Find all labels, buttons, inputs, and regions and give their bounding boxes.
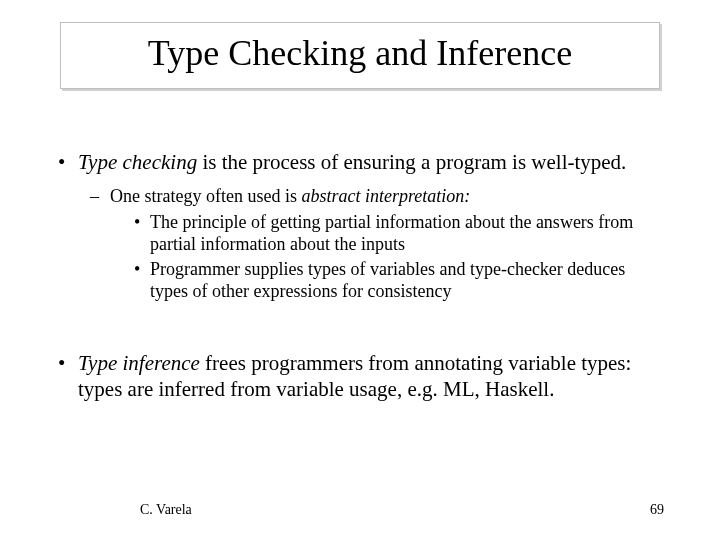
bullet-type-inference: Type inference frees programmers from an… — [54, 351, 666, 402]
bullet-type-checking: Type checking is the process of ensuring… — [54, 150, 666, 303]
bullet-type-checking-text: is the process of ensuring a program is … — [197, 150, 626, 174]
sublist: One strategy often used is abstract inte… — [78, 186, 666, 304]
footer-page-number: 69 — [650, 502, 664, 518]
subsublist: The principle of getting partial informa… — [110, 212, 666, 304]
slide: Type Checking and Inference Type checkin… — [0, 0, 720, 540]
term-type-inference: Type inference — [78, 351, 200, 375]
bullet-list: Type checking is the process of ensuring… — [54, 150, 666, 303]
spacer — [54, 321, 666, 351]
term-abstract-interpretation: abstract interpretation: — [301, 186, 470, 206]
slide-title: Type Checking and Inference — [69, 33, 651, 74]
bullet-partial-info: The principle of getting partial informa… — [110, 212, 666, 256]
bullet-programmer-supplies: Programmer supplies types of variables a… — [110, 259, 666, 303]
slide-body: Type checking is the process of ensuring… — [54, 150, 666, 421]
bullet-abstract-interpretation: One strategy often used is abstract inte… — [78, 186, 666, 304]
footer-author: C. Varela — [140, 502, 192, 518]
term-type-checking: Type checking — [78, 150, 197, 174]
title-box: Type Checking and Inference — [60, 22, 660, 89]
bullet-list-2: Type inference frees programmers from an… — [54, 351, 666, 402]
sub-pre: One strategy often used is — [110, 186, 301, 206]
